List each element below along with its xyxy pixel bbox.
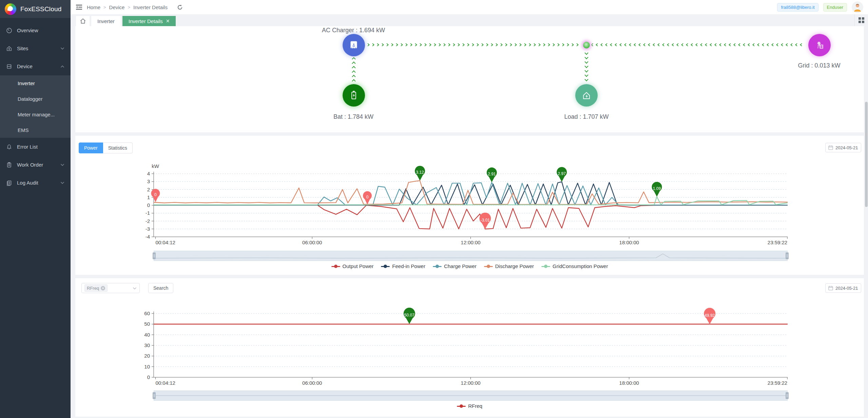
svg-text:23:59:22: 23:59:22 — [768, 240, 787, 245]
tab-home[interactable] — [76, 16, 90, 26]
flow-arrow-icon — [596, 43, 599, 46]
flow-arrow-icon — [686, 43, 690, 46]
legend-item-gridconsumption-power[interactable]: GridConsumption Power — [541, 263, 608, 269]
legend-item-feed-in-power[interactable]: Feed-in Power — [381, 263, 425, 269]
power-chart[interactable]: 43210-1-2-3-400:04:1206:00:0012:00:0018:… — [75, 159, 864, 248]
sidebar-item-work-order[interactable]: Work Order — [0, 156, 71, 174]
power-chart-panel: Power Statistics 2024-05-21 43210-1-2-3-… — [75, 136, 864, 275]
sidebar-item-error-list[interactable]: Error List — [0, 138, 71, 156]
power-date-picker[interactable]: 2024-05-21 — [825, 143, 861, 152]
sidebar-item-sites[interactable]: Sites — [0, 39, 71, 57]
flow-arrow-icon — [352, 70, 355, 74]
sidebar-subitem-datalogger[interactable]: Datalogger — [0, 91, 71, 107]
sidebar-subitem-meter-manage[interactable]: Meter manage... — [0, 107, 71, 122]
power-tab-button[interactable]: Power — [79, 142, 103, 153]
flow-arrow-icon — [724, 43, 728, 46]
inverter-icon — [347, 39, 360, 52]
battery-label: Bat : 1.784 kW — [333, 113, 373, 120]
power-tab-label: Power — [84, 145, 98, 151]
svg-text:0: 0 — [147, 202, 150, 208]
tab-options-button[interactable] — [854, 14, 868, 26]
flow-arrow-icon — [648, 43, 652, 46]
flow-arrow-icon — [494, 43, 498, 46]
power-statistics-toggle: Power Statistics — [79, 142, 133, 153]
flow-arrow-icon — [738, 43, 742, 46]
flow-arrow-icon — [546, 43, 550, 46]
device-icon — [6, 63, 12, 70]
sidebar-item-overview[interactable]: Overview — [0, 21, 71, 39]
parameter-select[interactable]: RFreq ✕ — [81, 283, 140, 293]
sidebar-subitem-ems[interactable]: EMS — [0, 122, 71, 138]
tab-inverter-details[interactable]: Inverter Details ✕ — [122, 16, 176, 26]
svg-text:2: 2 — [147, 187, 150, 192]
flow-arrow-icon — [638, 43, 642, 46]
zoom-handle-right[interactable] — [786, 252, 789, 259]
svg-text:18:00:00: 18:00:00 — [619, 380, 639, 386]
legend-line-icon — [331, 265, 340, 268]
avatar[interactable] — [852, 1, 863, 13]
tab-inverter[interactable]: Inverter — [91, 16, 121, 26]
flow-arrow-icon — [676, 43, 680, 46]
power-chart-legend: Output PowerFeed-in PowerCharge PowerDis… — [75, 263, 864, 269]
page-scrollbar-thumb[interactable] — [865, 102, 868, 207]
flow-arrow-icon — [584, 51, 588, 55]
flow-arrow-icon — [465, 43, 469, 46]
load-node — [575, 84, 598, 107]
flow-arrow-icon — [795, 43, 799, 46]
svg-text:12:00:00: 12:00:00 — [461, 380, 480, 386]
svg-text:00:04:12: 00:04:12 — [155, 380, 175, 386]
flow-arrow-icon — [423, 43, 426, 46]
flow-arrow-icon — [629, 43, 633, 46]
search-button[interactable]: Search — [148, 283, 173, 293]
flow-arrow-icon — [790, 43, 794, 46]
breadcrumb-inverter-details[interactable]: Inverter Details — [133, 4, 168, 10]
zoom-handle-left[interactable] — [153, 392, 156, 399]
flow-arrow-icon — [657, 43, 661, 46]
flow-arrow-icon — [432, 43, 436, 46]
legend-item-output-power[interactable]: Output Power — [331, 263, 374, 269]
clipboard-icon — [6, 162, 12, 168]
legend-item-charge-power[interactable]: Charge Power — [433, 263, 477, 269]
chart-marker-pin: 49.92 — [704, 308, 715, 324]
rfreq-chart-zoom-slider[interactable] — [154, 391, 788, 401]
chart-marker-pin: 0 — [151, 189, 160, 202]
flow-arrow-icon — [499, 43, 502, 46]
flow-arrow-icon — [615, 43, 618, 46]
rfreq-chart-panel: RFreq ✕ Search 2024-05-21 60504030201000… — [75, 278, 864, 417]
calendar-icon — [828, 145, 833, 150]
sidebar-item-log-audit[interactable]: Log Audit — [0, 174, 71, 192]
legend-label: Feed-in Power — [392, 263, 425, 269]
legend-item-rfreq[interactable]: RFreq — [457, 403, 482, 409]
sidebar: FoxESSCloud OverviewSitesDeviceInverterD… — [0, 0, 71, 418]
sidebar-item-label: Log Audit — [17, 180, 38, 186]
svg-text:20: 20 — [144, 353, 150, 359]
ac-charger-label: AC Charger : 1.694 kW — [322, 27, 385, 34]
remove-parameter-icon[interactable]: ✕ — [101, 286, 105, 290]
menu-fold-icon[interactable] — [76, 4, 82, 10]
flow-arrow-icon — [695, 43, 699, 46]
flow-arrow-icon — [556, 43, 559, 46]
refresh-icon[interactable] — [177, 4, 183, 10]
flow-arrow-icon — [748, 43, 751, 46]
rfreq-chart[interactable]: 605040302010000:04:1206:00:0012:00:0018:… — [75, 305, 864, 391]
legend-line-icon — [381, 265, 390, 268]
statistics-tab-button[interactable]: Statistics — [103, 142, 133, 153]
sidebar-item-device[interactable]: Device — [0, 57, 71, 75]
power-chart-zoom-slider[interactable] — [154, 251, 788, 261]
sidebar-subitem-label: Datalogger — [18, 96, 42, 102]
zoom-handle-right[interactable] — [786, 392, 789, 399]
rfreq-date-picker[interactable]: 2024-05-21 — [825, 283, 861, 293]
breadcrumb-device[interactable]: Device — [109, 4, 125, 10]
svg-text:50: 50 — [144, 321, 150, 327]
zoom-handle-left[interactable] — [153, 252, 156, 259]
flow-arrow-icon — [522, 43, 526, 46]
svg-text:10: 10 — [144, 364, 150, 369]
legend-item-discharge-power[interactable]: Discharge Power — [484, 263, 534, 269]
flow-arrow-icon — [408, 43, 412, 46]
selected-parameter-chip: RFreq ✕ — [84, 284, 108, 292]
sidebar-subitem-inverter[interactable]: Inverter — [0, 75, 71, 91]
flow-arrow-icon — [752, 43, 756, 46]
tab-close-icon[interactable]: ✕ — [166, 18, 170, 24]
breadcrumb-home[interactable]: Home — [87, 4, 100, 10]
flow-arrow-icon — [352, 57, 355, 61]
